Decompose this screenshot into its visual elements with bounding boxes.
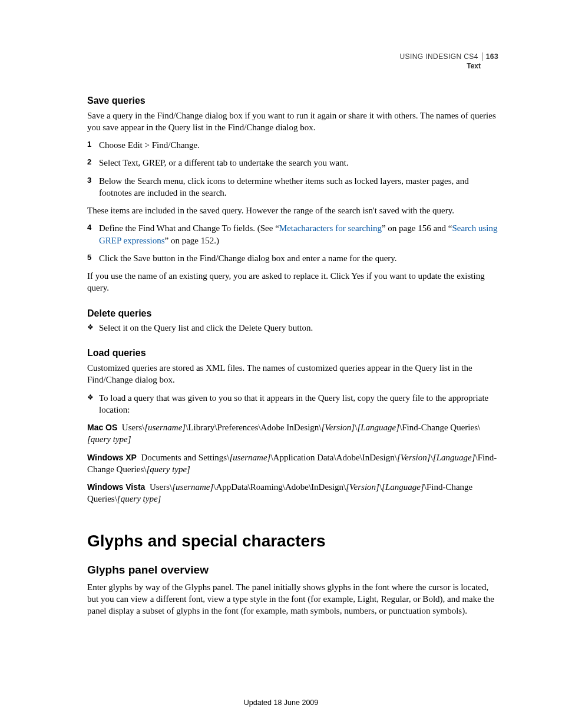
step-text: Below the Search menu, click icons to de… <box>99 176 469 197</box>
save-queries-steps-cont: 4 Define the Find What and Change To fie… <box>87 222 498 264</box>
heading-delete-queries: Delete queries <box>87 307 498 320</box>
load-queries-intro: Customized queries are stored as XML fil… <box>87 362 498 386</box>
header-product: USING INDESIGN CS4 <box>400 52 478 61</box>
heading-glyphs: Glyphs and special characters <box>87 530 498 552</box>
save-queries-intro: Save a query in the Find/Change dialog b… <box>87 110 498 134</box>
step-text: Define the Find What and Change To field… <box>99 223 498 245</box>
save-queries-steps: 1Choose Edit > Find/Change. 2Select Text… <box>87 139 498 199</box>
link-metacharacters[interactable]: Metacharacters for searching <box>279 223 382 233</box>
header-section: Text <box>400 61 498 71</box>
step-5: 5Click the Save button in the Find/Chang… <box>87 252 498 264</box>
heading-load-queries: Load queries <box>87 347 498 360</box>
glyphs-overview-para: Enter glyphs by way of the Glyphs panel.… <box>87 581 498 617</box>
step-text: Choose Edit > Find/Change. <box>99 140 200 150</box>
path-winvista: Windows Vista Users\[username]\AppData\R… <box>87 481 498 505</box>
save-queries-closing: If you use the name of an existing query… <box>87 270 498 294</box>
page-footer: Updated 18 June 2009 <box>0 699 562 707</box>
step-1: 1Choose Edit > Find/Change. <box>87 139 498 151</box>
page-number: 163 <box>482 52 498 61</box>
step-text: Click the Save button in the Find/Change… <box>99 253 397 263</box>
heading-glyphs-overview: Glyphs panel overview <box>87 562 498 578</box>
page-content: Save queries Save a query in the Find/Ch… <box>87 94 498 617</box>
step-4: 4 Define the Find What and Change To fie… <box>87 222 498 246</box>
step-text: Select Text, GREP, or a different tab to… <box>99 158 349 167</box>
delete-queries-list: Select it on the Query list and click th… <box>87 322 498 334</box>
step-2: 2Select Text, GREP, or a different tab t… <box>87 157 498 169</box>
path-winxp: Windows XP Documents and Settings\[usern… <box>87 452 498 476</box>
delete-queries-bullet: Select it on the Query list and click th… <box>87 322 498 334</box>
label-macos: Mac OS <box>87 423 117 432</box>
document-page: USING INDESIGN CS4163 Text Save queries … <box>0 0 562 728</box>
running-header: USING INDESIGN CS4163 Text <box>400 52 498 71</box>
load-queries-list: To load a query that was given to you so… <box>87 392 498 416</box>
save-queries-note: These items are included in the saved qu… <box>87 205 498 216</box>
path-macos: Mac OS Users\[username]\Library\Preferen… <box>87 421 498 446</box>
label-winvista: Windows Vista <box>87 482 145 492</box>
heading-save-queries: Save queries <box>87 94 498 107</box>
step-3: 3Below the Search menu, click icons to d… <box>87 175 498 199</box>
load-queries-bullet: To load a query that was given to you so… <box>87 392 498 416</box>
label-winxp: Windows XP <box>87 453 137 462</box>
